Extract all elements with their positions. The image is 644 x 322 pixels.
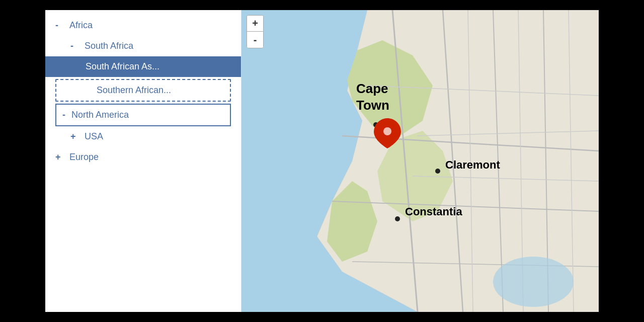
sidebar-item-southern-african[interactable]: Southern African... [55,79,231,102]
usa-toggle: + [70,131,78,142]
map-svg: Cape Town Claremont Constantia [242,10,599,312]
north-america-label: North America [71,110,129,120]
africa-label: Africa [69,20,93,31]
zoom-in-button[interactable]: + [247,16,263,32]
south-africa-toggle: - [70,41,78,51]
app-container: - Africa - South Africa South African As… [45,10,599,312]
sidebar-item-north-america[interactable]: - North America [55,104,231,126]
sidebar-item-south-african-as[interactable]: South African As... [45,56,241,77]
constantia-dot [395,216,400,221]
north-america-toggle: - [62,110,65,120]
map-controls: + - [247,15,264,48]
claremont-text: Claremont [445,158,500,171]
svg-point-20 [383,127,391,135]
sidebar-item-south-africa[interactable]: - South Africa [45,36,241,56]
zoom-out-button[interactable]: - [247,32,263,48]
sidebar-item-africa[interactable]: - Africa [45,15,241,36]
usa-label: USA [85,131,103,142]
europe-label: Europe [69,152,99,163]
europe-toggle: + [55,152,63,163]
cape-town-text-2: Town [356,98,389,113]
south-africa-label: South Africa [85,41,133,51]
sidebar-item-europe[interactable]: + Europe [45,147,241,168]
cape-town-text-1: Cape [356,81,388,96]
sidebar-item-usa[interactable]: + USA [45,126,241,147]
sidebar: - Africa - South Africa South African As… [45,10,242,312]
south-african-as-label: South African As... [86,61,159,72]
map-area: Cape Town Claremont Constantia + - [242,10,599,312]
africa-toggle: - [55,20,63,31]
constantia-text: Constantia [405,205,462,218]
svg-point-18 [493,257,574,307]
southern-african-label: Southern African... [97,85,171,96]
claremont-dot [435,169,440,174]
